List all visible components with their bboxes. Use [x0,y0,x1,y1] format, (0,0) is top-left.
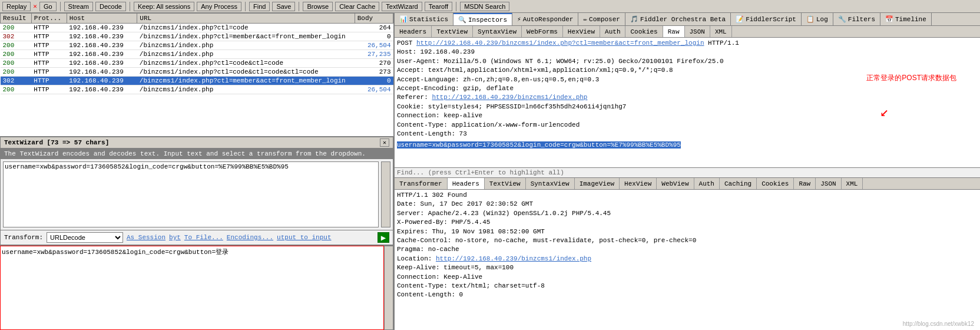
response-tab-textview[interactable]: TextView [485,178,526,189]
response-tab-json[interactable]: JSON [816,178,841,189]
log-icon: 📋 [806,15,815,23]
toolbar-icon-x: ✕ [33,2,37,10]
find-button[interactable]: Find [249,2,270,11]
col-url[interactable]: URL [137,14,355,24]
referer-link[interactable]: http://192.168.40.239/binzcms1/index.php [432,94,587,101]
transform-select[interactable]: URLDecodeURLEncodeBase64DecodeBase64Enco… [47,232,123,243]
annotation-text: 正常登录的POST请求数据包 [866,73,956,83]
request-tab-syntaxview[interactable]: SyntaxView [473,26,522,37]
table-row[interactable]: 302 [1,77,32,85]
textwizard-scrollbar[interactable] [381,161,390,227]
tearoff-button[interactable]: Tearoff [425,2,452,11]
request-tab-auth[interactable]: Auth [600,26,625,37]
sep1 [60,2,61,11]
go-button[interactable]: Go [39,2,57,11]
request-line: Connection: keep-alive [397,111,978,120]
response-tab-webview[interactable]: WebView [657,178,694,189]
orchestra-label: Fiddler Orchestra Beta [640,16,726,23]
request-line: Content-Type: application/x-www-form-url… [397,121,978,130]
textwizard-header: TextWizard [73 => 57 chars] ✕ [1,137,393,148]
request-line: Content-Length: 73 [397,130,978,138]
find-bar[interactable]: Find... (press Ctrl+Enter to highlight a… [395,167,980,178]
response-line: Pragma: no-cache [397,245,978,254]
response-tab-cookies[interactable]: Cookies [757,178,794,189]
request-tab-cookies[interactable]: Cookies [625,26,663,37]
browse-button[interactable]: Browse [303,2,333,11]
save-button[interactable]: Save [272,2,295,11]
col-protocol[interactable]: Prot... [31,14,67,24]
anyprocess-button[interactable]: Any Process [197,2,241,11]
request-tab-hexview[interactable]: HexView [563,26,600,37]
tab-composer[interactable]: ✏️ Composer [578,13,625,25]
watermark: http://blog.csdn.net/xwbk12 [903,321,974,327]
sep3 [245,2,246,11]
table-row[interactable]: 200 [1,85,32,94]
response-line: Connection: Keep-Alive [397,273,978,282]
request-url-link[interactable]: http://192.168.40.239/binzcms1/index.php… [416,39,704,47]
response-line: Keep-Alive: timeout=5, max=100 [397,263,978,272]
table-row[interactable]: 200 [1,68,32,77]
col-host[interactable]: Host [67,14,137,24]
tab-timeline[interactable]: 📅 Timeline [880,13,932,25]
tab-filters[interactable]: 🔧 Filters [833,13,880,25]
response-tab-auth[interactable]: Auth [694,178,720,189]
table-row[interactable]: 200 [1,50,32,59]
request-tabs: HeadersTextViewSyntaxViewWebFormsHexView… [395,26,980,38]
table-row[interactable]: 200 [1,41,32,50]
table-row[interactable]: 200 [1,59,32,68]
arrow-icon: ↙ [880,103,889,123]
textwizard-input[interactable] [3,161,379,227]
request-body: username=xwb&password=173605852&login_co… [397,141,978,150]
byt-link[interactable]: byt [169,234,181,241]
request-tab-raw[interactable]: Raw [663,26,685,37]
tab-statistics[interactable]: 📊 Statistics [395,13,453,25]
transform-run-button[interactable]: ▶ [378,232,389,243]
location-link[interactable]: http://192.168.40.239/binzcms1/index.php [436,255,591,262]
textwizard-close-button[interactable]: ✕ [380,138,389,147]
request-method-line: POST http://192.168.40.239/binzcms1/inde… [397,39,978,48]
as-session-link[interactable]: As Session [127,234,165,241]
textwizard-button[interactable]: TextWizard [382,2,422,11]
response-tab-raw[interactable]: Raw [794,178,816,189]
keep-button[interactable]: Keep: All sessions [134,2,194,11]
request-tab-textview[interactable]: TextView [432,26,473,37]
col-body[interactable]: Body [355,14,393,24]
request-tab-xml[interactable]: XML [710,26,732,37]
request-tab-json[interactable]: JSON [685,26,710,37]
request-tab-headers[interactable]: Headers [395,26,432,37]
replay-button[interactable]: Replay [2,2,31,11]
stream-button[interactable]: Stream [64,2,93,11]
table-row[interactable]: 302 [1,32,32,41]
output-to-input-link[interactable]: utput to input [277,234,331,241]
request-tab-webforms[interactable]: WebForms [522,26,563,37]
tab-inspectors[interactable]: 🔍 Inspectors [453,13,512,25]
response-tab-transformer[interactable]: Transformer [395,178,448,189]
toolbar: Replay ✕ Go Stream Decode Keep: All sess… [0,0,980,13]
textwizard-output-scrollbar[interactable] [384,246,393,330]
fiddlerscript-icon: 📝 [736,15,744,23]
msdnsearch-button[interactable]: MSDN Search [460,2,509,11]
timeline-icon: 📅 [885,15,893,23]
to-file-link[interactable]: To File... [184,234,223,241]
sep2 [130,2,130,11]
autoresponder-label: AutoResponder [523,16,574,23]
response-tab-hexview[interactable]: HexView [620,178,657,189]
request-line: Referer: http://192.168.40.239/binzcms1/… [397,93,978,102]
decode-button[interactable]: Decode [95,2,126,11]
response-tab-caching[interactable]: Caching [720,178,757,189]
encodings-link[interactable]: Encodings... [227,234,273,241]
tab-autoresponder[interactable]: ⚡ AutoResponder [512,13,578,25]
inspectors-label: Inspectors [468,16,507,24]
tab-fiddlerscript[interactable]: 📝 FiddlerScript [731,13,802,25]
tab-log[interactable]: 📋 Log [802,13,833,25]
main-container: Result Prot... Host URL Body 200 HTTP 19… [0,13,980,330]
clearcache-button[interactable]: Clear Cache [335,2,379,11]
response-tab-headers[interactable]: Headers [448,178,485,189]
response-tab-xml[interactable]: XML [842,178,863,189]
response-tab-syntaxview[interactable]: SyntaxView [526,178,575,189]
tab-fiddler-orchestra[interactable]: 🎵 Fiddler Orchestra Beta [625,13,731,25]
col-result[interactable]: Result [1,14,32,24]
textwizard-output[interactable] [0,246,384,330]
table-row[interactable]: 200 [1,24,32,32]
response-tab-imageview[interactable]: ImageView [575,178,620,189]
